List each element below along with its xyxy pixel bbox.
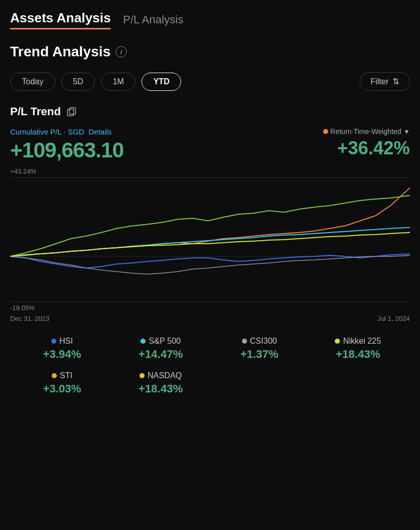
- header-tabs: Assets Analysis P/L Analysis: [10, 10, 410, 29]
- pl-trend-row: P/L Trend: [10, 105, 410, 118]
- btn-ytd[interactable]: YTD: [142, 73, 181, 91]
- legend-name: STI: [60, 371, 73, 380]
- copy-icon[interactable]: [66, 106, 77, 117]
- legend-value: +3.03%: [43, 382, 81, 395]
- legend-dot: [242, 339, 247, 344]
- legend-item: STI +3.03%: [15, 371, 109, 395]
- chart-container: +43.24% -19.05% Dec 31, 2023 Jul 1, 2024: [10, 168, 410, 322]
- section-title-row: Trend Analysis i: [10, 44, 410, 60]
- return-value: +36.42%: [323, 138, 410, 159]
- legend-name-row: HSI: [51, 337, 73, 346]
- return-label: Return·Time-Weighted ▼: [323, 127, 410, 136]
- legend-value: +18.43%: [138, 382, 183, 395]
- legend-item: CSI300 +1.37%: [213, 337, 306, 361]
- pl-trend-label: P/L Trend: [10, 105, 61, 118]
- legend-name: S&P 500: [149, 337, 181, 346]
- trend-analysis-title: Trend Analysis: [10, 44, 111, 60]
- legend-name: Nikkei 225: [343, 337, 381, 346]
- legend-item: S&P 500 +14.47%: [114, 337, 208, 361]
- chart-x-labels: Dec 31, 2023 Jul 1, 2024: [10, 315, 410, 322]
- chart-y-bottom-label: -19.05%: [10, 304, 410, 312]
- legend-dot: [139, 373, 145, 378]
- filter-icon: ⇅: [393, 77, 399, 86]
- legend-value: +18.43%: [336, 348, 380, 361]
- legend-name-row: S&P 500: [141, 337, 181, 346]
- metrics-left: Cumulative P/L · SGD Details +109,663.10: [10, 127, 124, 162]
- info-icon[interactable]: i: [116, 46, 127, 57]
- legend-row-1: HSI +3.94% S&P 500 +14.47% CSI300 +1.37%…: [10, 337, 410, 361]
- legend-name: HSI: [59, 337, 73, 346]
- legend-container: HSI +3.94% S&P 500 +14.47% CSI300 +1.37%…: [10, 337, 410, 395]
- details-link[interactable]: Details: [89, 127, 112, 136]
- time-filter-row: Today 5D 1M YTD Filter ⇅: [10, 72, 410, 91]
- legend-dot: [141, 339, 146, 344]
- legend-name-row: Nikkei 225: [335, 337, 381, 346]
- svg-rect-0: [67, 109, 74, 116]
- legend-name-row: NASDAQ: [139, 371, 182, 380]
- chart-y-top-label: +43.24%: [10, 168, 410, 175]
- legend-value: +1.37%: [240, 348, 278, 361]
- chart-x-end: Jul 1, 2024: [377, 315, 410, 322]
- tab-assets-analysis[interactable]: Assets Analysis: [10, 10, 111, 29]
- btn-1m[interactable]: 1M: [101, 73, 135, 91]
- legend-dot: [51, 339, 56, 344]
- legend-value: +14.47%: [138, 348, 183, 361]
- legend-name-row: CSI300: [242, 337, 277, 346]
- filter-button[interactable]: Filter ⇅: [360, 72, 410, 91]
- cumulative-label: Cumulative P/L · SGD Details: [10, 127, 124, 136]
- tab-pl-analysis[interactable]: P/L Analysis: [123, 13, 183, 26]
- metrics-row: Cumulative P/L · SGD Details +109,663.10…: [10, 127, 410, 162]
- return-dot: [323, 129, 328, 134]
- chart-x-start: Dec 31, 2023: [10, 315, 49, 322]
- svg-rect-1: [69, 108, 76, 114]
- legend-name: CSI300: [250, 337, 277, 346]
- legend-dot: [335, 339, 340, 344]
- legend-value: +3.94%: [43, 348, 81, 361]
- legend-name-row: STI: [52, 371, 73, 380]
- dropdown-arrow-icon[interactable]: ▼: [403, 128, 410, 136]
- cumulative-value: +109,663.10: [10, 138, 124, 162]
- legend-name: NASDAQ: [148, 371, 182, 380]
- legend-dot: [52, 373, 57, 378]
- metrics-right: Return·Time-Weighted ▼ +36.42%: [323, 127, 410, 159]
- legend-item: NASDAQ +18.43%: [114, 371, 208, 395]
- btn-today[interactable]: Today: [10, 73, 55, 91]
- legend-row-2: STI +3.03% NASDAQ +18.43%: [10, 371, 410, 395]
- chart-svg: [10, 177, 410, 302]
- btn-5d[interactable]: 5D: [61, 73, 95, 91]
- legend-item: HSI +3.94%: [15, 337, 109, 361]
- legend-item: Nikkei 225 +18.43%: [311, 337, 405, 361]
